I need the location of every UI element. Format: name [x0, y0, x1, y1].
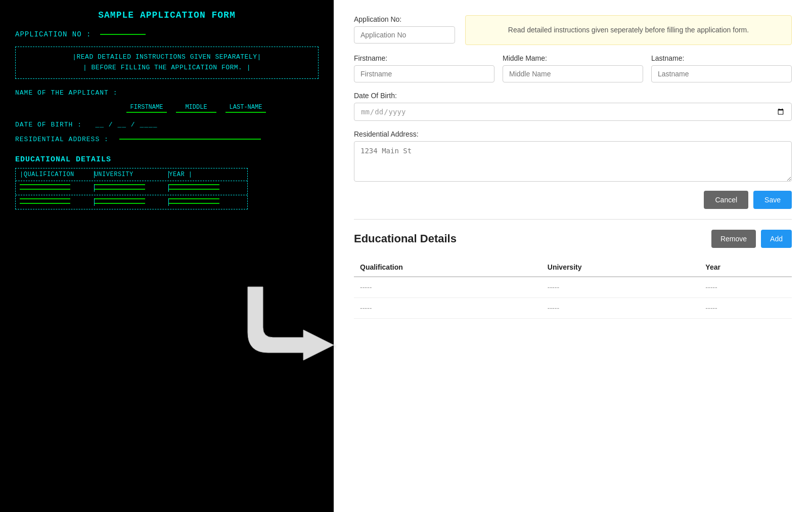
app-no-label: Application No: [354, 15, 455, 23]
dob-label: Date Of Birth: [354, 92, 792, 100]
terminal-panel: SAMPLE APPLICATION FORM APPLICATION NO :… [0, 0, 334, 512]
terminal-year-cell-1 [169, 184, 243, 192]
terminal-edu-table: |QUALIFICATION UNIVERSITY YEAR | [15, 168, 248, 209]
edu-button-group: Remove Add [711, 230, 792, 248]
app-no-input[interactable] [354, 26, 455, 44]
terminal-address-label: RESIDENTIAL ADDRESS : [15, 136, 319, 143]
terminal-app-no-label: APPLICATION NO : [15, 30, 319, 38]
terminal-qual-header: |QUALIFICATION [20, 171, 95, 178]
add-button[interactable]: Add [761, 230, 792, 248]
terminal-univ-cell-1 [95, 184, 169, 192]
year-column-header: Year [699, 258, 792, 277]
lastname-group: Lastname: [651, 54, 792, 82]
table-row: --------------- [354, 277, 792, 298]
year-cell-1: ----- [699, 298, 792, 319]
qual-column-header: Qualification [354, 258, 542, 277]
edu-section-header: Educational Details Remove Add [354, 230, 792, 248]
university-cell-1: ----- [542, 298, 700, 319]
middle-name-label: Middle Mame: [503, 54, 643, 62]
terminal-address-underline [119, 139, 261, 140]
remove-button[interactable]: Remove [711, 230, 756, 248]
firstname-group: Firstname: [354, 54, 494, 82]
terminal-univ-cell-2 [95, 198, 169, 206]
terminal-dob-label: DATE OF BIRTH : __ / __ / ____ [15, 121, 319, 129]
app-no-row: Application No: Read detailed instructio… [354, 15, 792, 45]
terminal-lastname: LAST-NAME [225, 104, 266, 113]
terminal-title: SAMPLE APPLICATION FORM [15, 10, 319, 20]
edu-table: Qualification University Year ----------… [354, 258, 792, 319]
lastname-label: Lastname: [651, 54, 792, 62]
dob-input[interactable] [354, 103, 792, 121]
form-button-row: Cancel Save [354, 191, 792, 209]
instruction-text: Read detailed instructions given seperat… [508, 26, 749, 34]
direction-arrow-icon [233, 277, 344, 368]
firstname-label: Firstname: [354, 54, 494, 62]
terminal-firstname: FIRSTNAME [126, 104, 167, 113]
terminal-univ-header: UNIVERSITY [95, 171, 169, 178]
section-divider [354, 219, 792, 220]
firstname-input[interactable] [354, 65, 494, 82]
arrow-container [233, 277, 344, 370]
dob-group: Date Of Birth: [354, 92, 792, 121]
instruction-box: Read detailed instructions given seperat… [465, 15, 792, 45]
terminal-name-label: NAME OF THE APPLICANT : [15, 89, 319, 97]
table-row: --------------- [354, 298, 792, 319]
qualification-cell-1: ----- [354, 298, 542, 319]
middle-name-input[interactable] [503, 65, 643, 82]
terminal-qual-cell-1 [20, 184, 95, 192]
terminal-edu-header: |QUALIFICATION UNIVERSITY YEAR | [16, 168, 247, 181]
app-no-group: Application No: [354, 15, 455, 44]
name-row: Firstname: Middle Mame: Lastname: [354, 54, 792, 82]
terminal-qual-cell-2 [20, 198, 95, 206]
form-panel: Application No: Read detailed instructio… [334, 0, 812, 512]
terminal-instruction-box: |READ DETAILED INSTRUCTIONS GIVEN SEPARA… [15, 47, 319, 79]
terminal-year-header: YEAR | [169, 171, 243, 178]
edu-section-title: Educational Details [354, 232, 457, 245]
university-cell-0: ----- [542, 277, 700, 298]
cancel-button[interactable]: Cancel [704, 191, 748, 209]
address-group: Residential Address: [354, 130, 792, 182]
terminal-app-no-underline [100, 34, 146, 35]
terminal-edu-title: EDUCATIONAL DETAILS [15, 155, 319, 164]
table-row [16, 181, 247, 195]
qualification-cell-0: ----- [354, 277, 542, 298]
address-label: Residential Address: [354, 130, 792, 138]
table-row [16, 195, 247, 209]
address-input[interactable] [354, 141, 792, 182]
univ-column-header: University [542, 258, 700, 277]
lastname-input[interactable] [651, 65, 792, 82]
terminal-name-fields: FIRSTNAME MIDDLE LAST-NAME [126, 104, 319, 113]
save-button[interactable]: Save [753, 191, 792, 209]
terminal-middle: MIDDLE [176, 104, 216, 113]
terminal-year-cell-2 [169, 198, 243, 206]
middle-name-group: Middle Mame: [503, 54, 643, 82]
edu-table-header-row: Qualification University Year [354, 258, 792, 277]
year-cell-0: ----- [699, 277, 792, 298]
